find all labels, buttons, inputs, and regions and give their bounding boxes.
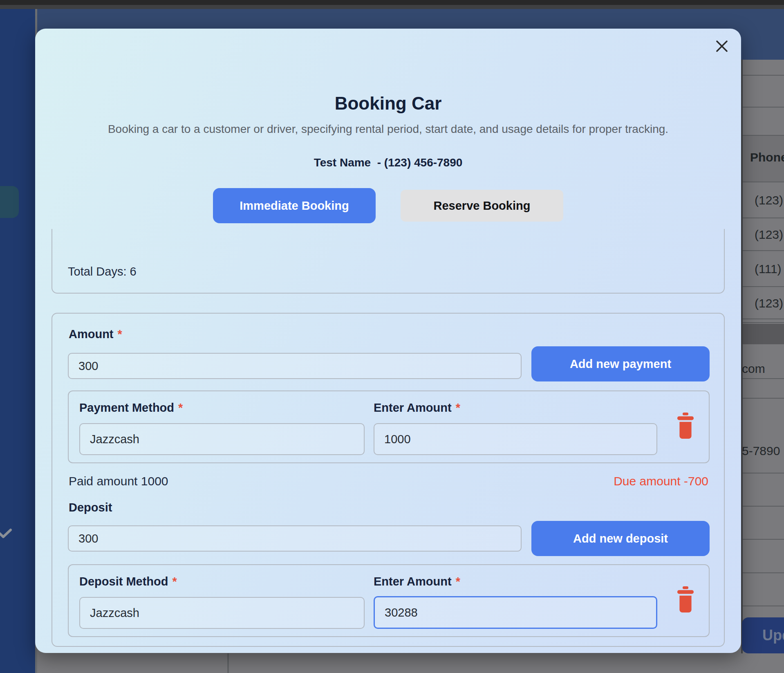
required-asterisk: * [172, 575, 177, 588]
amount-input[interactable] [68, 353, 522, 379]
table-cell-phone: (123) [755, 193, 783, 207]
close-button[interactable] [712, 37, 731, 56]
table-row-separator [743, 319, 784, 319]
table-row-separator [743, 250, 784, 251]
table-row-separator [743, 75, 784, 76]
table-cell-email-fragment: com [742, 362, 765, 376]
phone-column-header: Phone [750, 150, 784, 164]
required-asterisk: * [118, 328, 122, 341]
table-grid-line [227, 653, 229, 673]
payment-enter-amount-label: Enter Amount* [374, 401, 460, 415]
table-row-separator [743, 286, 784, 287]
required-asterisk: * [456, 401, 460, 414]
table-row-separator [743, 135, 784, 136]
table-row-separator [743, 398, 784, 399]
payment-entry-box: Payment Method* Enter Amount* [68, 390, 710, 463]
table-row-separator [743, 182, 784, 182]
deposit-enter-amount-input[interactable] [374, 596, 657, 629]
table-section-band [743, 324, 784, 344]
delete-payment-button[interactable] [676, 413, 695, 440]
booking-type-toggle: Immediate Booking Reserve Booking [35, 188, 741, 224]
sidebar [0, 9, 35, 673]
tab-immediate-booking[interactable]: Immediate Booking [213, 188, 376, 223]
booking-car-modal: Booking Car Booking a car to a customer … [35, 29, 741, 653]
payment-method-input[interactable] [79, 423, 365, 455]
table-cell-phone: (123) [755, 296, 783, 310]
table-row-separator [743, 572, 784, 573]
sidebar-active-item[interactable] [0, 186, 19, 218]
required-asterisk: * [178, 401, 183, 414]
deposit-entry-box: Deposit Method* Enter Amount* [68, 564, 710, 637]
table-row-separator [743, 606, 784, 606]
close-icon [714, 49, 730, 55]
table-cell-phone-fragment: 5-7890 [742, 444, 780, 458]
table-row-separator [743, 378, 784, 379]
chevron-down-icon[interactable] [0, 528, 12, 540]
table-row-separator [743, 506, 784, 507]
total-days-text: Total Days: 6 [68, 265, 137, 278]
deposit-enter-amount-label: Enter Amount* [374, 575, 460, 588]
due-amount-text: Due amount -700 [614, 474, 708, 488]
trash-icon [676, 608, 695, 615]
customer-name-phone: Test Name - (123) 456-7890 [35, 156, 741, 169]
delete-deposit-button[interactable] [676, 586, 695, 613]
rental-period-box: Total Days: 6 [52, 229, 725, 294]
table-cell-phone: (123) [755, 228, 783, 242]
amount-label: Amount* [69, 328, 122, 341]
deposit-method-input[interactable] [79, 597, 365, 629]
deposit-label: Deposit [69, 501, 112, 514]
add-new-deposit-button[interactable]: Add new deposit [531, 521, 710, 556]
trash-icon [676, 435, 695, 441]
update-button[interactable]: Upd [742, 617, 784, 653]
tab-reserve-booking[interactable]: Reserve Booking [401, 190, 563, 222]
deposit-input[interactable] [68, 525, 522, 552]
table-row-separator [743, 218, 784, 218]
paid-amount-text: Paid amount 1000 [69, 474, 168, 488]
modal-subtitle: Booking a car to a customer or driver, s… [35, 123, 741, 136]
deposit-method-label: Deposit Method* [79, 575, 177, 588]
table-cell-phone: (111) [755, 262, 782, 276]
payment-method-label: Payment Method* [79, 401, 183, 415]
table-row-separator [743, 539, 784, 540]
browser-toolbar-strip [0, 5, 784, 9]
browser-top-strip [0, 0, 784, 5]
payment-enter-amount-input[interactable] [374, 423, 657, 455]
booking-form-scroll-area[interactable]: Total Days: 6 Amount* Add new payment Pa… [35, 229, 741, 653]
payment-deposit-box: Amount* Add new payment Payment Method* … [52, 313, 725, 647]
required-asterisk: * [456, 575, 460, 588]
page-title: Booking Car [35, 93, 741, 114]
table-row-separator [743, 473, 784, 473]
table-row-separator [743, 322, 784, 323]
add-new-payment-button[interactable]: Add new payment [531, 346, 710, 381]
table-row-separator [743, 107, 784, 108]
